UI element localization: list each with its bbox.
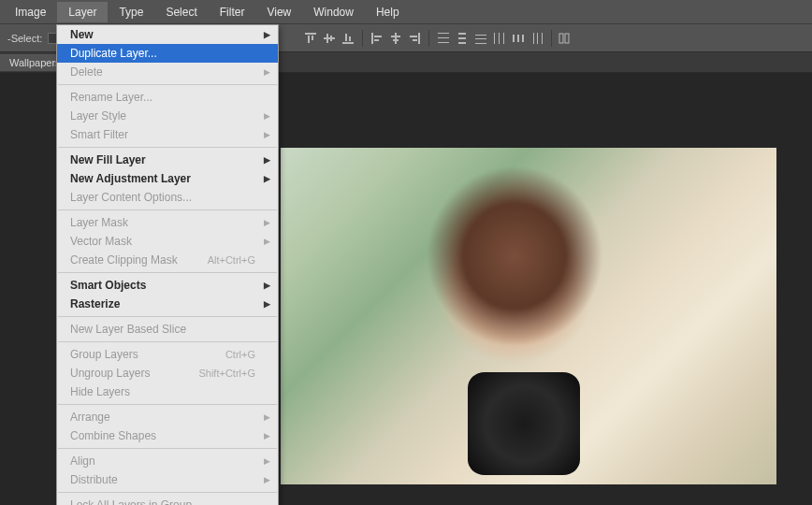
svg-rect-34 [537,33,538,44]
menu-shortcut: Alt+Ctrl+G [208,254,255,266]
align-top-icon[interactable] [302,30,319,47]
menu-separator [58,448,277,449]
svg-rect-2 [312,36,313,40]
align-hcenter-icon[interactable] [387,30,404,47]
auto-align-icon[interactable] [558,30,574,47]
menu-item-new-adjustment-layer[interactable]: New Adjustment Layer▶ [57,169,278,188]
submenu-arrow-icon: ▶ [264,299,270,309]
svg-rect-25 [475,38,486,39]
svg-rect-22 [458,37,466,39]
menu-item-ungroup-layers: Ungroup LayersShift+Ctrl+G [57,364,278,382]
align-bottom-icon[interactable] [340,30,356,47]
submenu-arrow-icon: ▶ [264,237,270,246]
menu-separator [58,209,277,210]
menu-window[interactable]: Window [302,2,365,22]
distribute-top-icon[interactable] [435,30,452,47]
submenu-arrow-icon: ▶ [264,30,270,39]
svg-rect-31 [517,35,519,42]
svg-rect-35 [542,33,543,44]
menu-item-smart-objects[interactable]: Smart Objects▶ [57,276,278,295]
menu-item-create-clipping-mask: Create Clipping MaskAlt+Ctrl+G [57,251,278,269]
svg-rect-6 [342,42,354,44]
menu-separator [58,404,277,405]
svg-rect-11 [374,39,379,41]
submenu-arrow-icon: ▶ [264,218,270,227]
menu-item-label: Combine Shapes [70,429,156,442]
svg-rect-24 [475,35,486,36]
distribute-right-icon[interactable] [529,30,545,47]
align-right-icon[interactable] [406,30,423,47]
submenu-arrow-icon: ▶ [264,130,270,139]
submenu-arrow-icon: ▶ [264,155,270,165]
menu-item-hide-layers: Hide Layers [57,382,278,401]
menu-item-label: Ungroup Layers [70,367,150,380]
svg-rect-5 [330,36,332,41]
menu-view[interactable]: View [255,2,302,22]
svg-rect-15 [418,33,420,44]
distribute-vcenter-icon[interactable] [454,30,471,47]
menu-item-layer-mask: Layer Mask▶ [57,213,278,232]
svg-rect-27 [494,33,495,44]
menu-separator [58,492,277,493]
menu-item-label: Rename Layer... [70,91,152,104]
menu-item-label: Arrange [70,411,110,424]
submenu-arrow-icon: ▶ [264,111,270,121]
layer-menu-dropdown: New▶Duplicate Layer...Delete▶Rename Laye… [56,24,279,505]
submenu-arrow-icon: ▶ [264,431,270,440]
menu-item-delete: Delete▶ [57,63,278,81]
menu-type[interactable]: Type [108,2,154,22]
align-vcenter-icon[interactable] [321,30,338,47]
menu-shortcut: Ctrl+G [225,349,255,360]
svg-rect-28 [499,33,500,44]
menu-item-label: Smart Filter [70,128,128,141]
menu-separator [58,147,277,148]
menu-item-label: Align [70,454,95,468]
menu-help[interactable]: Help [365,2,411,22]
menu-item-label: Layer Content Options... [70,191,192,204]
distribute-hcenter-icon[interactable] [510,30,527,47]
toolbar-separator [428,30,429,47]
menu-item-duplicate-layer[interactable]: Duplicate Layer... [57,44,278,63]
distribute-bottom-icon[interactable] [472,30,489,47]
svg-rect-20 [438,42,449,43]
menu-select[interactable]: Select [154,2,208,22]
menu-item-label: Vector Mask [70,235,132,248]
menu-item-vector-mask: Vector Mask▶ [57,232,278,251]
svg-rect-16 [410,36,417,37]
menu-separator [58,316,277,317]
toolbar-separator [362,30,363,47]
svg-rect-13 [391,36,400,37]
svg-rect-23 [458,42,466,44]
menubar: Image Layer Type Select Filter View Wind… [0,0,812,24]
menu-item-rasterize[interactable]: Rasterize▶ [57,295,278,313]
auto-select-label: -Select: [7,33,42,44]
align-left-icon[interactable] [369,30,385,47]
menu-item-new-fill-layer[interactable]: New Fill Layer▶ [57,151,278,169]
svg-rect-37 [565,34,569,43]
submenu-arrow-icon: ▶ [264,475,270,484]
svg-rect-8 [349,36,351,41]
svg-rect-7 [345,34,347,41]
menu-shortcut: Shift+Ctrl+G [198,368,255,379]
menu-separator [58,341,277,342]
menu-item-label: Distribute [70,473,118,486]
svg-rect-32 [522,35,524,42]
menu-item-label: Layer Style [70,109,126,123]
menu-item-group-layers: Group LayersCtrl+G [57,345,278,364]
menu-filter[interactable]: Filter [209,2,256,22]
menu-item-new[interactable]: New▶ [57,25,278,44]
menu-item-label: Group Layers [70,348,138,361]
menu-item-lock-all-layers-in-group: Lock All Layers in Group... [57,496,278,505]
menu-item-new-layer-based-slice: New Layer Based Slice [57,320,278,339]
menu-item-smart-filter: Smart Filter▶ [57,125,278,144]
svg-rect-29 [503,33,504,44]
svg-rect-36 [559,34,563,43]
distribute-left-icon[interactable] [491,30,508,47]
menu-item-label: Hide Layers [70,385,130,398]
svg-rect-18 [438,33,449,34]
menu-item-combine-shapes: Combine Shapes▶ [57,426,278,445]
menu-image[interactable]: Image [4,2,57,22]
menu-item-distribute: Distribute▶ [57,470,278,489]
svg-rect-33 [533,33,534,44]
menu-layer[interactable]: Layer [57,2,108,22]
